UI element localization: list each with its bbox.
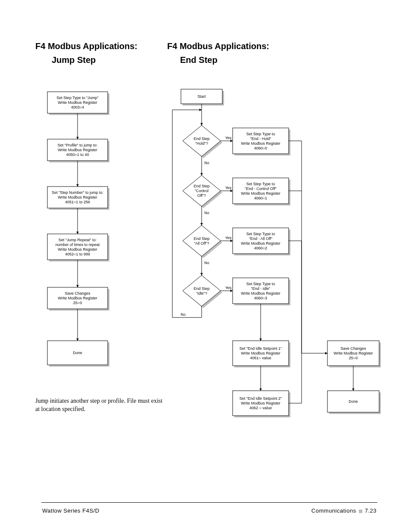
svg-marker-27 xyxy=(76,339,79,341)
svg-marker-92 xyxy=(325,352,327,355)
svg-text:Yes: Yes xyxy=(225,136,232,140)
jump-caption: Jump initiates another step or profile. … xyxy=(35,397,165,414)
svg-marker-19 xyxy=(76,137,79,139)
svg-text:End Step"All Off"?: End Step"All Off"? xyxy=(193,236,209,246)
svg-marker-21 xyxy=(76,184,79,187)
footer-right: Communications7.23 xyxy=(311,507,377,514)
svg-marker-43 xyxy=(200,173,203,175)
svg-marker-32 xyxy=(200,123,203,125)
svg-text:End Step"Hold"?: End Step"Hold"? xyxy=(193,137,209,146)
svg-text:Start: Start xyxy=(197,94,206,99)
footer-rule xyxy=(41,502,377,503)
svg-text:Yes: Yes xyxy=(225,286,232,290)
svg-marker-55 xyxy=(200,223,203,225)
svg-marker-100 xyxy=(352,389,355,391)
svg-text:No: No xyxy=(204,161,209,165)
svg-text:No: No xyxy=(204,261,209,265)
svg-text:No: No xyxy=(181,312,186,317)
svg-marker-25 xyxy=(76,285,79,287)
jump-flowchart: Set Step Type to "Jump"Write Modbus Regi… xyxy=(41,84,136,394)
svg-text:Done: Done xyxy=(73,351,82,355)
footer-left: Watlow Series F4S/D xyxy=(42,507,100,514)
jump-title-line1: F4 Modbus Applications: xyxy=(35,41,137,51)
end-title-line2: End Step xyxy=(180,55,218,65)
jump-title-line2: Jump Step xyxy=(52,55,96,65)
svg-text:Yes: Yes xyxy=(225,186,232,190)
svg-marker-90 xyxy=(259,389,262,391)
svg-text:No: No xyxy=(204,211,209,215)
svg-marker-88 xyxy=(259,339,262,341)
svg-marker-23 xyxy=(76,232,79,234)
end-flowchart: StartEnd Step"Hold"?Set Step Type to"End… xyxy=(164,84,396,446)
svg-text:Yes: Yes xyxy=(225,236,232,240)
svg-marker-67 xyxy=(200,273,203,275)
end-title-line1: F4 Modbus Applications: xyxy=(167,41,269,51)
svg-marker-79 xyxy=(199,109,202,111)
svg-text:Done: Done xyxy=(349,399,358,404)
